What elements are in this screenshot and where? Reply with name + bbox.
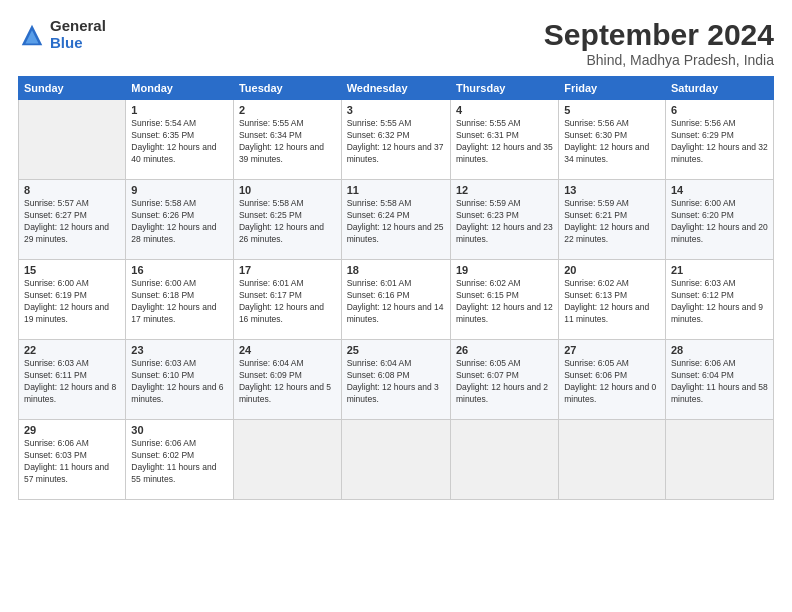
table-row: 23 Sunrise: 6:03 AM Sunset: 6:10 PM Dayl…	[126, 340, 234, 420]
day-info: Sunrise: 5:56 AM Sunset: 6:29 PM Dayligh…	[671, 118, 768, 166]
day-info: Sunrise: 5:54 AM Sunset: 6:35 PM Dayligh…	[131, 118, 228, 166]
table-row: 2 Sunrise: 5:55 AM Sunset: 6:34 PM Dayli…	[233, 100, 341, 180]
day-info: Sunrise: 6:01 AM Sunset: 6:16 PM Dayligh…	[347, 278, 445, 326]
day-info: Sunrise: 6:05 AM Sunset: 6:06 PM Dayligh…	[564, 358, 660, 406]
table-row: 19 Sunrise: 6:02 AM Sunset: 6:15 PM Dayl…	[450, 260, 558, 340]
table-row	[233, 420, 341, 500]
table-row: 12 Sunrise: 5:59 AM Sunset: 6:23 PM Dayl…	[450, 180, 558, 260]
table-row	[450, 420, 558, 500]
table-row: 16 Sunrise: 6:00 AM Sunset: 6:18 PM Dayl…	[126, 260, 234, 340]
calendar-body: 1 Sunrise: 5:54 AM Sunset: 6:35 PM Dayli…	[19, 100, 774, 500]
table-row: 1 Sunrise: 5:54 AM Sunset: 6:35 PM Dayli…	[126, 100, 234, 180]
table-row: 6 Sunrise: 5:56 AM Sunset: 6:29 PM Dayli…	[665, 100, 773, 180]
day-number: 26	[456, 344, 553, 356]
day-number: 15	[24, 264, 120, 276]
header: General Blue September 2024 Bhind, Madhy…	[18, 18, 774, 68]
col-friday: Friday	[559, 77, 666, 100]
table-row: 30 Sunrise: 6:06 AM Sunset: 6:02 PM Dayl…	[126, 420, 234, 500]
day-info: Sunrise: 6:02 AM Sunset: 6:15 PM Dayligh…	[456, 278, 553, 326]
day-number: 18	[347, 264, 445, 276]
day-info: Sunrise: 5:58 AM Sunset: 6:26 PM Dayligh…	[131, 198, 228, 246]
day-info: Sunrise: 6:05 AM Sunset: 6:07 PM Dayligh…	[456, 358, 553, 406]
day-info: Sunrise: 5:58 AM Sunset: 6:25 PM Dayligh…	[239, 198, 336, 246]
day-number: 9	[131, 184, 228, 196]
day-number: 6	[671, 104, 768, 116]
table-row: 9 Sunrise: 5:58 AM Sunset: 6:26 PM Dayli…	[126, 180, 234, 260]
table-row: 27 Sunrise: 6:05 AM Sunset: 6:06 PM Dayl…	[559, 340, 666, 420]
page: General Blue September 2024 Bhind, Madhy…	[0, 0, 792, 612]
day-number: 16	[131, 264, 228, 276]
day-info: Sunrise: 6:00 AM Sunset: 6:19 PM Dayligh…	[24, 278, 120, 326]
table-row: 25 Sunrise: 6:04 AM Sunset: 6:08 PM Dayl…	[341, 340, 450, 420]
table-row: 15 Sunrise: 6:00 AM Sunset: 6:19 PM Dayl…	[19, 260, 126, 340]
calendar-table: Sunday Monday Tuesday Wednesday Thursday…	[18, 76, 774, 500]
day-number: 10	[239, 184, 336, 196]
logo-text: General Blue	[50, 18, 106, 51]
day-info: Sunrise: 6:03 AM Sunset: 6:12 PM Dayligh…	[671, 278, 768, 326]
week-row-1: 1 Sunrise: 5:54 AM Sunset: 6:35 PM Dayli…	[19, 100, 774, 180]
header-row: Sunday Monday Tuesday Wednesday Thursday…	[19, 77, 774, 100]
day-number: 8	[24, 184, 120, 196]
week-row-4: 22 Sunrise: 6:03 AM Sunset: 6:11 PM Dayl…	[19, 340, 774, 420]
day-number: 22	[24, 344, 120, 356]
day-number: 4	[456, 104, 553, 116]
day-number: 1	[131, 104, 228, 116]
logo-general-text: General	[50, 18, 106, 35]
day-info: Sunrise: 6:04 AM Sunset: 6:08 PM Dayligh…	[347, 358, 445, 406]
day-info: Sunrise: 5:58 AM Sunset: 6:24 PM Dayligh…	[347, 198, 445, 246]
table-row: 14 Sunrise: 6:00 AM Sunset: 6:20 PM Dayl…	[665, 180, 773, 260]
col-sunday: Sunday	[19, 77, 126, 100]
table-row: 18 Sunrise: 6:01 AM Sunset: 6:16 PM Dayl…	[341, 260, 450, 340]
day-number: 13	[564, 184, 660, 196]
day-number: 12	[456, 184, 553, 196]
table-row	[341, 420, 450, 500]
day-info: Sunrise: 5:59 AM Sunset: 6:23 PM Dayligh…	[456, 198, 553, 246]
col-thursday: Thursday	[450, 77, 558, 100]
day-number: 2	[239, 104, 336, 116]
table-row: 11 Sunrise: 5:58 AM Sunset: 6:24 PM Dayl…	[341, 180, 450, 260]
table-row: 29 Sunrise: 6:06 AM Sunset: 6:03 PM Dayl…	[19, 420, 126, 500]
logo-icon	[18, 21, 46, 49]
col-wednesday: Wednesday	[341, 77, 450, 100]
calendar-header: Sunday Monday Tuesday Wednesday Thursday…	[19, 77, 774, 100]
day-number: 17	[239, 264, 336, 276]
table-row: 4 Sunrise: 5:55 AM Sunset: 6:31 PM Dayli…	[450, 100, 558, 180]
month-title: September 2024	[544, 18, 774, 52]
day-number: 24	[239, 344, 336, 356]
day-info: Sunrise: 5:59 AM Sunset: 6:21 PM Dayligh…	[564, 198, 660, 246]
day-number: 27	[564, 344, 660, 356]
day-info: Sunrise: 6:03 AM Sunset: 6:10 PM Dayligh…	[131, 358, 228, 406]
day-number: 14	[671, 184, 768, 196]
location-subtitle: Bhind, Madhya Pradesh, India	[544, 52, 774, 68]
day-number: 5	[564, 104, 660, 116]
table-row: 17 Sunrise: 6:01 AM Sunset: 6:17 PM Dayl…	[233, 260, 341, 340]
table-row: 5 Sunrise: 5:56 AM Sunset: 6:30 PM Dayli…	[559, 100, 666, 180]
day-info: Sunrise: 6:04 AM Sunset: 6:09 PM Dayligh…	[239, 358, 336, 406]
day-number: 21	[671, 264, 768, 276]
table-row: 20 Sunrise: 6:02 AM Sunset: 6:13 PM Dayl…	[559, 260, 666, 340]
table-row: 8 Sunrise: 5:57 AM Sunset: 6:27 PM Dayli…	[19, 180, 126, 260]
week-row-3: 15 Sunrise: 6:00 AM Sunset: 6:19 PM Dayl…	[19, 260, 774, 340]
day-info: Sunrise: 6:01 AM Sunset: 6:17 PM Dayligh…	[239, 278, 336, 326]
table-row: 28 Sunrise: 6:06 AM Sunset: 6:04 PM Dayl…	[665, 340, 773, 420]
table-row: 24 Sunrise: 6:04 AM Sunset: 6:09 PM Dayl…	[233, 340, 341, 420]
day-number: 23	[131, 344, 228, 356]
day-number: 28	[671, 344, 768, 356]
day-number: 29	[24, 424, 120, 436]
table-row	[559, 420, 666, 500]
table-row: 3 Sunrise: 5:55 AM Sunset: 6:32 PM Dayli…	[341, 100, 450, 180]
day-info: Sunrise: 6:06 AM Sunset: 6:02 PM Dayligh…	[131, 438, 228, 486]
day-number: 20	[564, 264, 660, 276]
table-row: 26 Sunrise: 6:05 AM Sunset: 6:07 PM Dayl…	[450, 340, 558, 420]
col-tuesday: Tuesday	[233, 77, 341, 100]
day-info: Sunrise: 5:56 AM Sunset: 6:30 PM Dayligh…	[564, 118, 660, 166]
logo-blue-text: Blue	[50, 35, 106, 52]
table-row: 22 Sunrise: 6:03 AM Sunset: 6:11 PM Dayl…	[19, 340, 126, 420]
day-info: Sunrise: 6:00 AM Sunset: 6:18 PM Dayligh…	[131, 278, 228, 326]
day-number: 25	[347, 344, 445, 356]
table-row: 10 Sunrise: 5:58 AM Sunset: 6:25 PM Dayl…	[233, 180, 341, 260]
table-row: 21 Sunrise: 6:03 AM Sunset: 6:12 PM Dayl…	[665, 260, 773, 340]
day-info: Sunrise: 5:55 AM Sunset: 6:34 PM Dayligh…	[239, 118, 336, 166]
day-number: 30	[131, 424, 228, 436]
day-info: Sunrise: 6:02 AM Sunset: 6:13 PM Dayligh…	[564, 278, 660, 326]
